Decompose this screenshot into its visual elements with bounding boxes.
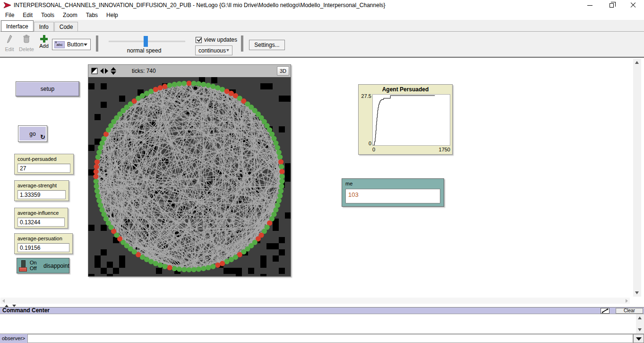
toolbar: Edit Delete Add abc Button normal speed … [0,32,644,58]
input-value-field[interactable]: 103 [345,189,440,203]
monitor-count-persuaded: count-persuaded 27 [14,154,74,175]
restore-icon [610,3,614,8]
monitor-label: average-influence [17,210,68,216]
switch-on-label: On [30,260,37,265]
tab-bar: Interface Info Code [0,20,644,32]
update-mode-selector[interactable]: continuous [195,45,232,55]
widget-type-selector[interactable]: abc Button [52,39,91,50]
menu-help[interactable]: Help [102,11,122,19]
setup-button-label: setup [41,86,54,92]
add-label: Add [37,43,51,49]
netlogo-window: INTERPERSONAL_CHANNELS_INNOVATION_DIFFUS… [0,0,644,343]
pencil-icon [7,34,13,45]
input-label: me [345,181,444,186]
plot-line-canvas [373,95,450,145]
plot-area [372,94,450,146]
tab-interface[interactable]: Interface [1,20,34,32]
speed-label: normal speed [113,47,175,54]
switch-disappoint[interactable]: On Off disappoint [17,258,69,273]
tab-code[interactable]: Code [54,22,78,31]
command-history-button[interactable] [633,334,644,343]
delete-label: Delete [17,46,36,52]
command-input[interactable] [28,334,633,343]
input-me: me 103 [342,178,444,207]
monitor-average-influence: average-influence 0.13244 [14,208,68,229]
monitor-value: 0.13244 [17,218,65,227]
plot-ymax-label: 27.5 [359,93,371,99]
chevron-down-icon [226,49,229,52]
minimize-icon [587,5,592,6]
update-mode-value: continuous [198,47,226,54]
edit-label: Edit [3,46,16,52]
plot-title: Agent Persuaded [359,86,452,93]
plot-xmin-label: 0 [372,147,375,152]
add-widget-button[interactable]: Add [37,34,51,49]
button-widget-icon: abc [54,41,65,48]
go-button-label: go [29,131,35,137]
world-view: ticks: 740 3D [88,64,291,277]
monitor-value: 1.33359 [17,190,66,199]
speed-slider-thumb[interactable] [144,36,148,47]
edit-widget-button[interactable]: Edit [3,34,16,52]
trash-icon [23,34,30,45]
view-updates-label: view updates [204,36,237,43]
forever-icon: ↻ [40,133,45,141]
clear-button[interactable]: Clear [616,308,643,314]
monitor-label: average-persuation [17,236,72,241]
resize-horizontal-icon[interactable] [100,68,108,74]
menu-edit[interactable]: Edit [18,11,37,19]
observer-prompt: observer> [0,334,28,343]
view-updates-checkbox[interactable] [196,37,202,43]
toolbar-separator [241,35,243,52]
toolbar-separator [96,35,98,52]
setup-button[interactable]: setup [16,81,79,97]
vertical-scrollbar[interactable] [633,59,641,297]
plot-ymin-label: 0 [359,141,371,146]
close-button[interactable] [622,0,644,10]
go-button[interactable]: go ↻ [18,125,47,142]
close-icon [630,2,636,8]
monitor-label: count-persuaded [17,156,73,162]
tab-info[interactable]: Info [34,22,54,31]
world-canvas[interactable] [88,77,291,276]
chevron-down-icon [84,44,87,46]
view-updates-row: view updates [196,36,237,43]
minimize-button[interactable] [579,0,601,10]
scroll-down-icon[interactable] [638,328,642,331]
command-scrollbar[interactable] [636,314,644,334]
settings-button[interactable]: Settings... [249,40,285,50]
view-3d-button[interactable]: 3D [277,66,289,76]
monitor-value: 27 [17,164,70,173]
window-title: INTERPERSONAL_CHANNELS_INNOVATION_DIFFUS… [14,2,579,9]
command-center-output[interactable] [0,314,644,334]
switch-thumb[interactable] [19,267,27,272]
delete-widget-button[interactable]: Delete [17,34,36,52]
monitor-value: 0.19156 [17,243,69,252]
titlebar: INTERPERSONAL_CHANNELS_INNOVATION_DIFFUS… [0,0,644,10]
switch-name-label: disappoint [43,263,69,269]
resize-diagonal-icon[interactable] [91,68,98,74]
scroll-left-icon[interactable] [2,299,5,303]
monitor-label: average-strenght [17,183,69,188]
restore-button[interactable] [601,0,622,10]
menu-zoom[interactable]: Zoom [59,11,82,19]
scroll-down-icon[interactable] [635,291,639,294]
scroll-up-icon[interactable] [635,61,639,64]
netlogo-logo-icon [3,2,11,9]
scroll-up-icon[interactable] [638,317,642,319]
switch-off-label: Off [30,265,36,271]
plot-xmax-label: 1750 [425,147,450,152]
scroll-right-icon[interactable] [626,299,628,303]
menu-file[interactable]: File [1,11,18,19]
observer-row: observer> [0,334,644,343]
widget-type-value: Button [67,41,84,48]
interface-area: setup go ↻ count-persuaded 27 average-st… [0,58,644,305]
menu-tools[interactable]: Tools [37,11,59,19]
resize-vertical-icon[interactable] [111,67,116,75]
horizontal-scrollbar[interactable] [0,298,630,304]
world-view-header: ticks: 740 3D [88,65,291,77]
plot-agent-persuaded: Agent Persuaded 27.5 0 0 1750 [358,84,453,155]
command-center-header: Command Center Clear [0,307,644,314]
menu-tabs[interactable]: Tabs [82,11,102,19]
popout-icon[interactable] [601,308,610,314]
